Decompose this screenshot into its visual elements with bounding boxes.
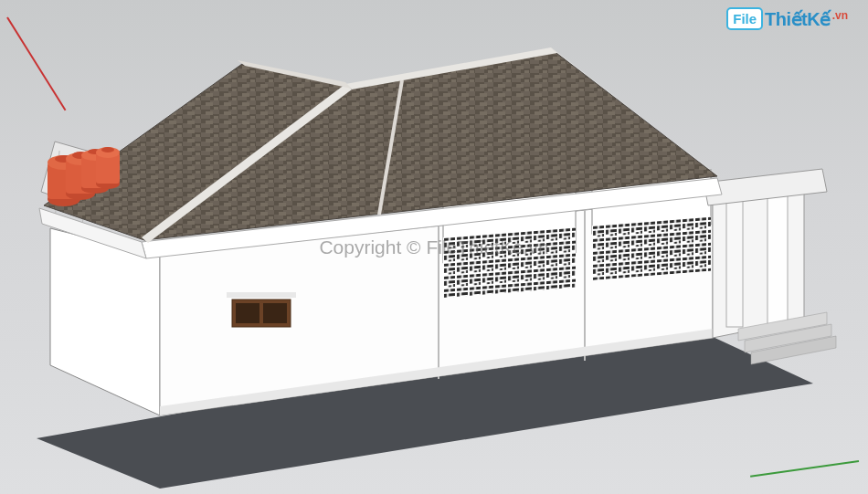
- porch-column-2: [726, 199, 743, 327]
- house-model[interactable]: [0, 0, 868, 494]
- porch-column-1: [767, 192, 788, 324]
- site-logo: File ThiếtKế .vn: [726, 7, 848, 30]
- svg-rect-3: [592, 216, 711, 280]
- svg-rect-1: [443, 227, 576, 298]
- window-lintel: [227, 292, 296, 298]
- window-pane-left: [236, 303, 259, 323]
- logo-file-text: File: [726, 7, 763, 30]
- logo-brand-text: ThiếtKế: [765, 8, 831, 30]
- svg-point-37: [101, 147, 114, 152]
- logo-tld-text: .vn: [832, 9, 848, 22]
- window-pane-right: [263, 303, 287, 323]
- sketchup-viewport[interactable]: File ThiếtKế .vn Copyright © FileThietKe…: [0, 0, 868, 494]
